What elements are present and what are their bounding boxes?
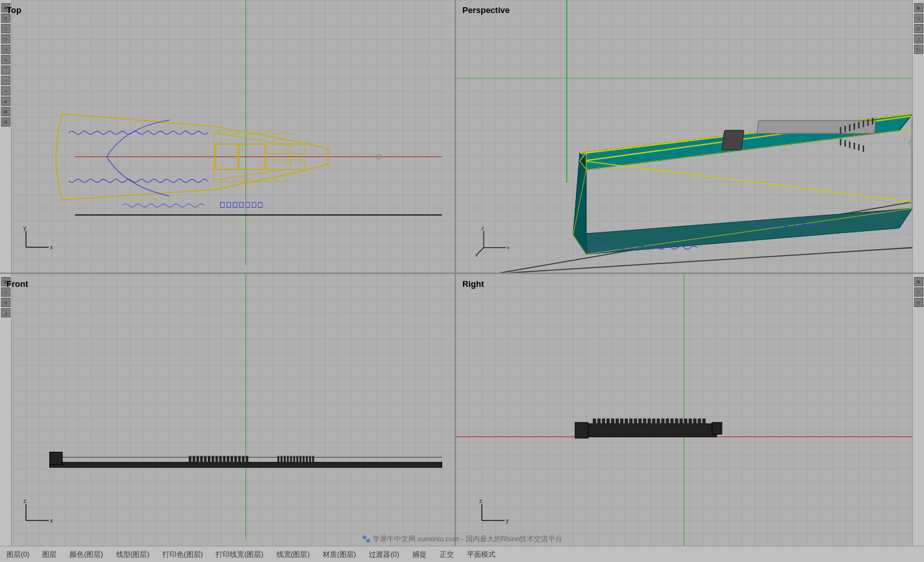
svg-rect-77 <box>234 456 237 464</box>
toolbar-icon-3[interactable]: □ <box>1 24 10 33</box>
toolbar-icon-2[interactable]: ⊙ <box>1 14 10 23</box>
status-snap[interactable]: 捕捉 <box>412 550 427 559</box>
right-icon-3[interactable]: ⊙ <box>914 24 923 33</box>
svg-text:x: x <box>50 244 53 250</box>
status-printwidth[interactable]: 打印线宽(图层) <box>216 550 263 559</box>
svg-rect-85 <box>290 456 292 464</box>
svg-rect-111 <box>634 419 637 425</box>
svg-rect-70 <box>208 456 210 464</box>
svg-rect-119 <box>670 419 673 425</box>
svg-rect-78 <box>238 456 241 464</box>
svg-rect-72 <box>216 456 218 464</box>
status-plane[interactable]: 平面模式 <box>467 550 495 559</box>
toolbar-icon-11[interactable]: ⊞ <box>1 107 10 116</box>
right-vp-icon-3[interactable]: ⊙ <box>914 298 923 307</box>
front-icon-3[interactable]: ⊙ <box>1 298 10 307</box>
svg-rect-38 <box>757 121 876 134</box>
svg-rect-86 <box>293 456 295 464</box>
svg-rect-124 <box>693 419 697 425</box>
svg-rect-76 <box>231 456 233 464</box>
right-toolbar: ⊕ □ ⊙ △ ▷ <box>912 0 924 273</box>
status-linetype[interactable]: 线型(图层) <box>116 550 149 559</box>
svg-rect-118 <box>666 419 669 425</box>
svg-rect-116 <box>656 419 660 425</box>
perspective-viewport-svg <box>456 0 912 273</box>
svg-rect-120 <box>675 419 678 425</box>
svg-rect-114 <box>647 419 651 425</box>
svg-rect-39 <box>721 130 743 150</box>
svg-rect-82 <box>281 456 282 464</box>
svg-rect-68 <box>200 456 203 464</box>
viewport-grid: ⊕ ⊙ □ ▷ ◇ ∿ ⌒ ⋯ ↔ ⌀ ⊞ ⊟ Top <box>0 0 924 546</box>
svg-rect-91 <box>309 456 311 464</box>
front-axes: x z <box>19 498 58 533</box>
right-icon-5[interactable]: ▷ <box>914 45 923 54</box>
left-toolbar: ⊕ ⊙ □ ▷ ◇ ∿ ⌒ ⋯ ↔ ⌀ ⊞ ⊟ <box>0 0 12 273</box>
svg-text:z: z <box>23 498 27 504</box>
svg-text:z: z <box>479 498 482 504</box>
svg-rect-123 <box>689 419 692 425</box>
svg-rect-83 <box>284 456 286 464</box>
toolbar-icon-1[interactable]: ⊕ <box>1 3 10 12</box>
status-ortho[interactable]: 正交 <box>440 550 454 559</box>
svg-rect-89 <box>303 456 305 464</box>
front-icon-2[interactable]: □ <box>1 287 10 297</box>
status-layer[interactable]: 图层(0) <box>6 550 29 559</box>
right-vp-icon-2[interactable]: □ <box>914 287 923 297</box>
svg-rect-73 <box>219 456 222 464</box>
svg-text:x: x <box>50 517 53 524</box>
toolbar-icon-9[interactable]: ↔ <box>1 86 10 95</box>
status-printcolor[interactable]: 打印色(图层) <box>162 550 203 559</box>
svg-rect-8 <box>227 202 231 208</box>
svg-rect-88 <box>299 456 301 464</box>
svg-rect-93 <box>49 452 62 465</box>
toolbar-icon-8[interactable]: ⋯ <box>1 76 10 85</box>
svg-rect-7 <box>221 202 225 208</box>
svg-rect-126 <box>703 419 706 425</box>
status-bar: 图层(0) 图层 颜色(图层) 线型(图层) 打印色(图层) 打印线宽(图层) … <box>0 546 924 562</box>
right-icon-2[interactable]: □ <box>914 14 923 23</box>
status-color[interactable]: 颜色(图层) <box>69 550 103 559</box>
svg-rect-74 <box>223 456 225 464</box>
perspective-viewport[interactable]: ⊕ □ ⊙ △ ▷ Perspective <box>456 0 924 273</box>
svg-text:y: y <box>23 225 27 231</box>
svg-rect-117 <box>661 419 664 425</box>
perspective-axes: x z y <box>475 225 514 260</box>
toolbar-icon-7[interactable]: ⌒ <box>1 66 10 75</box>
right-vp-icon-1[interactable]: ⊕ <box>914 277 923 286</box>
svg-rect-9 <box>233 202 237 208</box>
front-icon-1[interactable]: ⊕ <box>1 277 10 286</box>
svg-text:y: y <box>475 252 478 257</box>
right-axes: y z <box>475 498 514 533</box>
svg-rect-125 <box>698 419 701 425</box>
right-viewport[interactable]: ⊕ □ ⊙ Right <box>456 274 924 546</box>
top-viewport[interactable]: ⊕ ⊙ □ ▷ ◇ ∿ ⌒ ⋯ ↔ ⌀ ⊞ ⊟ Top <box>0 0 455 273</box>
toolbar-icon-6[interactable]: ∿ <box>1 55 10 64</box>
svg-rect-113 <box>643 419 646 425</box>
svg-rect-104 <box>602 419 605 425</box>
toolbar-icon-5[interactable]: ◇ <box>1 45 10 54</box>
svg-rect-121 <box>679 419 682 425</box>
svg-rect-108 <box>620 419 623 425</box>
svg-rect-84 <box>287 456 289 464</box>
svg-rect-11 <box>245 202 249 208</box>
status-layer2[interactable]: 图层 <box>42 550 56 559</box>
toolbar-icon-10[interactable]: ⌀ <box>1 97 10 106</box>
top-axes: x y <box>19 225 58 260</box>
svg-rect-109 <box>625 419 628 425</box>
status-linewidth[interactable]: 线宽(图层) <box>277 550 310 559</box>
svg-rect-103 <box>597 419 601 425</box>
status-filter[interactable]: 过渡器(0) <box>369 550 399 559</box>
svg-line-37 <box>583 161 912 202</box>
svg-rect-101 <box>575 422 588 438</box>
right-icon-1[interactable]: ⊕ <box>914 3 923 12</box>
front-viewport[interactable]: ⊕ □ ⊙ △ Front <box>0 274 455 546</box>
front-icon-4[interactable]: △ <box>1 308 10 317</box>
right-icon-4[interactable]: △ <box>914 34 923 43</box>
svg-line-58 <box>477 248 484 254</box>
svg-rect-13 <box>258 202 262 208</box>
status-material[interactable]: 材质(图层) <box>323 550 356 559</box>
right-viewport-toolbar: ⊕ □ ⊙ <box>912 274 924 546</box>
toolbar-icon-4[interactable]: ▷ <box>1 34 10 43</box>
toolbar-icon-12[interactable]: ⊟ <box>1 117 10 127</box>
